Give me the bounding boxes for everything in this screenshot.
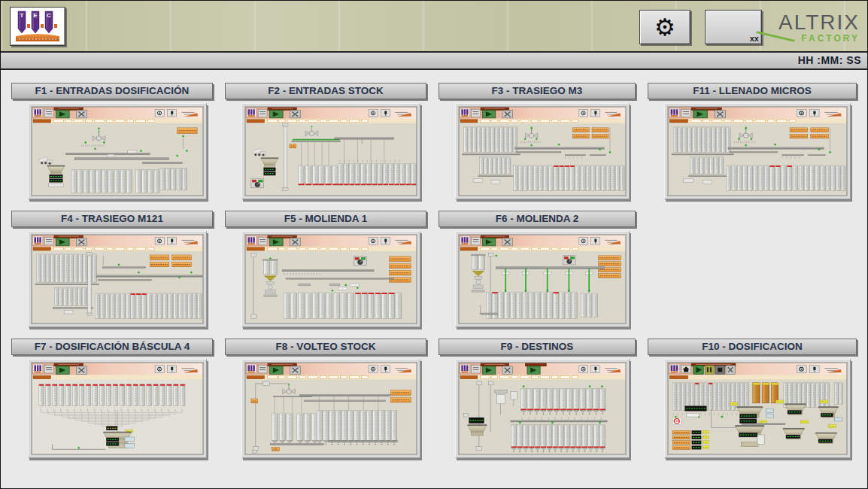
scada-mini-screenshot [667,106,848,196]
screen-thumbnail-f10[interactable] [664,359,851,458]
screen-button-f11[interactable]: F11 - LLENADO MICROS [648,83,857,99]
svg-text:T: T [20,12,24,19]
panel-row-1: F1 - ENTRADAS DOSIFICACIÓN F2 - ENTRADAS… [11,83,867,199]
scada-diagram-graphic [32,363,203,454]
scada-mini-screenshot [244,106,417,196]
language-button[interactable]: xx [705,10,762,44]
settings-button[interactable]: ⚙ [639,10,690,44]
tec-logo-icon: TEC [12,9,63,44]
scada-diagram-graphic [32,107,203,196]
screen-button-f9[interactable]: F9 - DESTINOS [439,339,636,355]
tec-logo-button[interactable]: TEC [10,7,65,46]
screen-button-f8[interactable]: F8 - VOLTEO STOCK [225,339,426,355]
panel-f1: F1 - ENTRADAS DOSIFICACIÓN [11,83,213,199]
scada-diagram-graphic [668,107,847,196]
panel-row-2: F4 - TRASIEGO M121 F5 - MOLIENDA 1 F6 - … [11,211,867,327]
panel-f2: F2 - ENTRADAS STOCK [225,83,426,199]
screen-button-f5[interactable]: F5 - MOLIENDA 1 [225,211,426,227]
scada-mini-screenshot [244,234,417,324]
panel-f7: F7 - DOSIFICACIÓN BÁSCULA 4 [11,339,213,458]
screen-thumbnail-f6[interactable] [455,231,630,327]
scada-diagram-graphic [668,363,847,454]
scada-diagram-graphic [245,235,417,323]
scada-mini-screenshot [667,362,848,455]
screen-button-f7[interactable]: F7 - DOSIFICACIÓN BÁSCULA 4 [11,339,213,355]
scada-mini-screenshot [458,106,627,196]
svg-text:E: E [33,12,38,19]
scada-diagram-graphic [245,107,417,196]
scada-diagram-graphic [32,235,203,323]
screens-grid: F1 - ENTRADAS DOSIFICACIÓN F2 - ENTRADAS… [1,70,867,458]
screen-thumbnail-f3[interactable] [455,103,630,199]
screen-button-f6[interactable]: F6 - MOLIENDA 2 [439,211,636,227]
screen-button-f2[interactable]: F2 - ENTRADAS STOCK [225,83,426,99]
time-display: HH :MM: SS [798,54,861,66]
altrix-factory-logo: ALTRIX FACTORY [768,12,860,44]
panel-row-3: F7 - DOSIFICACIÓN BÁSCULA 4 F8 - VOLTEO … [11,339,867,458]
svg-text:C: C [47,12,51,19]
factory-navigation-screen: TEC ⚙ xx ALTRIX FACTORY HH :MM: SS F1 - … [0,0,868,489]
screen-button-f4[interactable]: F4 - TRASIEGO M121 [11,211,213,227]
scada-mini-screenshot [31,234,204,324]
screen-button-f1[interactable]: F1 - ENTRADAS DOSIFICACIÓN [11,83,213,99]
screen-thumbnail-f2[interactable] [241,103,420,199]
panel-f9: F9 - DESTINOS [439,339,636,458]
scada-diagram-graphic [459,363,626,454]
panel-f5: F5 - MOLIENDA 1 [225,211,426,327]
screen-button-f3[interactable]: F3 - TRASIEGO M3 [439,83,636,99]
scada-mini-screenshot [458,362,627,455]
panel-f4: F4 - TRASIEGO M121 [11,211,213,327]
scada-mini-screenshot [458,234,627,324]
scada-mini-screenshot [31,362,204,455]
scada-diagram-graphic [245,363,417,454]
panel-f10: F10 - DOSIFICACION [648,339,857,458]
status-time-bar: HH :MM: SS [1,51,867,70]
scada-mini-screenshot [31,106,204,196]
language-button-label: xx [750,34,759,43]
screen-thumbnail-f8[interactable] [241,359,420,458]
panel-f3: F3 - TRASIEGO M3 [439,83,636,199]
top-banner: TEC ⚙ xx ALTRIX FACTORY [1,1,867,51]
panel-f11: F11 - LLENADO MICROS [648,83,857,199]
brand-name: ALTRIX [768,12,860,32]
screen-thumbnail-f1[interactable] [28,103,207,199]
scada-diagram-graphic [459,107,626,196]
panel-f8: F8 - VOLTEO STOCK [225,339,426,458]
screen-thumbnail-f5[interactable] [241,231,420,327]
scada-diagram-graphic [459,235,626,323]
scada-mini-screenshot [244,362,417,455]
screen-thumbnail-f7[interactable] [28,359,207,458]
panel-f6: F6 - MOLIENDA 2 [439,211,636,327]
screen-button-f10[interactable]: F10 - DOSIFICACION [648,339,857,355]
screen-thumbnail-f9[interactable] [455,359,630,458]
screen-thumbnail-f11[interactable] [664,103,851,199]
screen-thumbnail-f4[interactable] [28,231,207,327]
gear-icon: ⚙ [645,11,685,44]
